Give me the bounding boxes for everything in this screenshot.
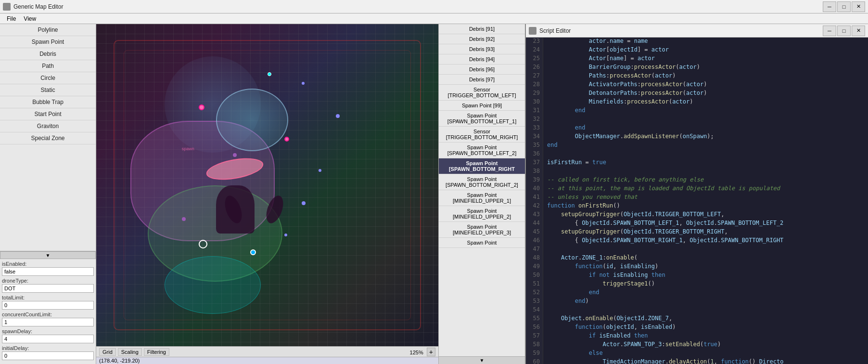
title-bar-controls: ─ □ ✕ — [823, 1, 865, 12]
tool-bubble-trap[interactable]: Bubble Trap — [0, 96, 96, 108]
prop-concurrentCountLimit-input[interactable] — [2, 318, 94, 326]
list-item-spawn-bottom-left-1[interactable]: Spawn Point[SPAWN_BOTTOM_LEFT_1] — [439, 111, 525, 127]
prop-totalLimit-input[interactable] — [2, 301, 94, 310]
list-item-spawn-point[interactable]: Spawn Point — [439, 238, 525, 248]
list-item-spawn-point-99[interactable]: Spawn Point [99] — [439, 101, 525, 111]
code-line-46: 46 { ObjectId.SPAWN_BOTTOM_RIGHT_1, Obje… — [526, 237, 868, 246]
code-line-37: 37 isFirstRun = true — [526, 159, 868, 168]
prop-isEnabled-label: isEnabled: — [2, 261, 94, 267]
list-item-debris96[interactable]: Debris [96] — [439, 65, 525, 75]
list-item-spawn-minefield-upper-2[interactable]: Spawn Point[MINEFIELD_UPPER_2] — [439, 206, 525, 222]
grid-button[interactable]: Grid — [99, 348, 116, 356]
code-line-38: 38 — [526, 168, 868, 176]
list-item-debris94[interactable]: Debris [94] — [439, 54, 525, 65]
script-title-bar: Script Editor ─ □ ✕ — [526, 24, 868, 38]
title-bar-left: Generic Map Editor — [3, 3, 63, 11]
map-canvas[interactable]: spawn — [96, 24, 438, 346]
list-item-sensor-trigger-bottom-right[interactable]: Sensor[TRIGGER_BOTTOM_RIGHT] — [439, 127, 525, 143]
prop-initialDelay-input[interactable] — [2, 351, 94, 360]
coords-bar: (178.40, -219.20) — [96, 357, 438, 364]
list-items-container: Debris [91] Debris [92] Debris [93] Debr… — [439, 24, 525, 356]
list-item-spawn-bottom-right[interactable]: Spawn Point[SPAWN_BOTTOM_RIGHT — [439, 158, 525, 174]
code-line-40: 40 -- at this point, the map is loaded a… — [526, 185, 868, 194]
prop-droneType-label: droneType: — [2, 278, 94, 284]
code-line-35: 35 end — [526, 142, 868, 150]
code-line-30: 30 Minefields:processActor(actor) — [526, 98, 868, 107]
tool-debris[interactable]: Debris — [0, 48, 96, 60]
tool-graviton[interactable]: Graviton — [0, 120, 96, 132]
code-line-54: 54 — [526, 306, 868, 315]
map-image: spawn — [96, 24, 438, 346]
app-title: Generic Map Editor — [13, 3, 63, 10]
list-item-spawn-bottom-right-2[interactable]: Spawn Point[SPAWN_BOTTOM_RIGHT_2] — [439, 174, 525, 190]
list-item-spawn-bottom-left-2[interactable]: Spawn Point[SPAWN_BOTTOM_LEFT_2] — [439, 143, 525, 158]
code-line-34: 34 ObjectManager.addSpawnListener(onSpaw… — [526, 133, 868, 142]
list-item-debris97[interactable]: Debris [97] — [439, 75, 525, 85]
list-item-spawn-minefield-upper-3[interactable]: Spawn Point[MINEFIELD_UPPER_3] — [439, 222, 525, 238]
prop-spawnDelay-label: spawnDelay: — [2, 328, 94, 334]
prop-spawnDelay-input[interactable] — [2, 335, 94, 343]
code-line-32: 32 — [526, 116, 868, 124]
code-line-51: 51 triggerStage1() — [526, 280, 868, 289]
code-area[interactable]: 23 actor.name = name 24 Actor[objectId] … — [526, 38, 868, 364]
main-content: Polyline Spawn Point Debris Path Circle … — [0, 24, 868, 364]
tool-static[interactable]: Static — [0, 84, 96, 96]
list-item-debris91[interactable]: Debris [91] — [439, 24, 525, 34]
script-close-button[interactable]: ✕ — [852, 26, 865, 36]
zoom-level: 125% + — [410, 348, 435, 356]
prop-concurrentCountLimit: concurentCountLimit: — [2, 312, 94, 326]
script-title-left: Script Editor — [529, 27, 571, 35]
script-minimize-button[interactable]: ─ — [823, 26, 836, 36]
list-item-debris92[interactable]: Debris [92] — [439, 34, 525, 44]
menu-view[interactable]: View — [20, 14, 40, 23]
prop-isEnabled-input[interactable] — [2, 267, 94, 276]
tool-spawn-point[interactable]: Spawn Point — [0, 36, 96, 48]
left-panel: Polyline Spawn Point Debris Path Circle … — [0, 24, 96, 364]
prop-droneType-input[interactable] — [2, 284, 94, 293]
filtering-button[interactable]: Filtering — [144, 348, 169, 356]
code-line-52: 52 end — [526, 289, 868, 298]
zoom-in-button[interactable]: + — [427, 348, 435, 356]
code-line-58: 58 Actor.SPAWN_TOP_3:setEnabled(true) — [526, 341, 868, 350]
code-line-59: 59 else — [526, 350, 868, 358]
code-line-53: 53 end) — [526, 298, 868, 306]
maximize-button[interactable]: □ — [837, 1, 851, 12]
list-item-debris93[interactable]: Debris [93] — [439, 44, 525, 54]
code-line-50: 50 if not isEnabling then — [526, 272, 868, 280]
scaling-button[interactable]: Scaling — [118, 348, 142, 356]
app-icon — [3, 3, 11, 11]
prop-totalLimit-label: totalLimit: — [2, 295, 94, 300]
script-editor-title: Script Editor — [539, 27, 571, 34]
close-button[interactable]: ✕ — [852, 1, 865, 12]
status-tools: Grid Scaling Filtering — [99, 348, 169, 356]
prop-spawnDelay: spawnDelay: — [2, 328, 94, 343]
scroll-down-tools[interactable]: ▼ — [0, 251, 96, 259]
code-line-23: 23 actor.name = name — [526, 38, 868, 46]
tool-path[interactable]: Path — [0, 60, 96, 72]
code-line-57: 57 if isEnabled then — [526, 332, 868, 341]
script-maximize-button[interactable]: □ — [837, 26, 851, 36]
code-line-55: 55 Object.onEnable(ObjectId.ZONE_7, — [526, 315, 868, 324]
script-icon — [529, 27, 536, 35]
tool-special-zone[interactable]: Special Zone — [0, 132, 96, 144]
code-line-24: 24 Actor[objectId] = actor — [526, 46, 868, 55]
prop-initialDelay-label: initialDelay: — [2, 345, 94, 351]
menu-file[interactable]: File — [3, 14, 20, 23]
status-bar: Grid Scaling Filtering 125% + — [96, 346, 438, 357]
code-line-60: 60 TimedActionManager.delayAction(1, fun… — [526, 358, 868, 364]
tool-start-point[interactable]: Start Point — [0, 108, 96, 120]
tool-circle[interactable]: Circle — [0, 72, 96, 84]
list-item-spawn-minefield-upper-1[interactable]: Spawn Point[MINEFIELD_UPPER_1] — [439, 190, 525, 206]
right-list-panel: Debris [91] Debris [92] Debris [93] Debr… — [438, 24, 525, 364]
code-line-44: 44 { ObjectId.SPAWN_BOTTOM_LEFT_1, Objec… — [526, 220, 868, 228]
title-bar: Generic Map Editor ─ □ ✕ — [0, 0, 868, 13]
code-line-45: 45 setupGroupTrigger(ObjectId.TRIGGER_BO… — [526, 228, 868, 237]
list-item-sensor-trigger-bottom-left[interactable]: Sensor[TRIGGER_BOTTOM_LEFT] — [439, 85, 525, 101]
code-line-26: 26 BarrierGroup:processActor(actor) — [526, 64, 868, 72]
list-scroll-down[interactable]: ▼ — [439, 356, 525, 364]
code-line-56: 56 function(objectId, isEnabled) — [526, 324, 868, 332]
tools-list: Polyline Spawn Point Debris Path Circle … — [0, 24, 96, 251]
minimize-button[interactable]: ─ — [823, 1, 836, 12]
tool-polyline[interactable]: Polyline — [0, 24, 96, 36]
script-editor: Script Editor ─ □ ✕ 23 actor.name = name… — [525, 24, 868, 364]
